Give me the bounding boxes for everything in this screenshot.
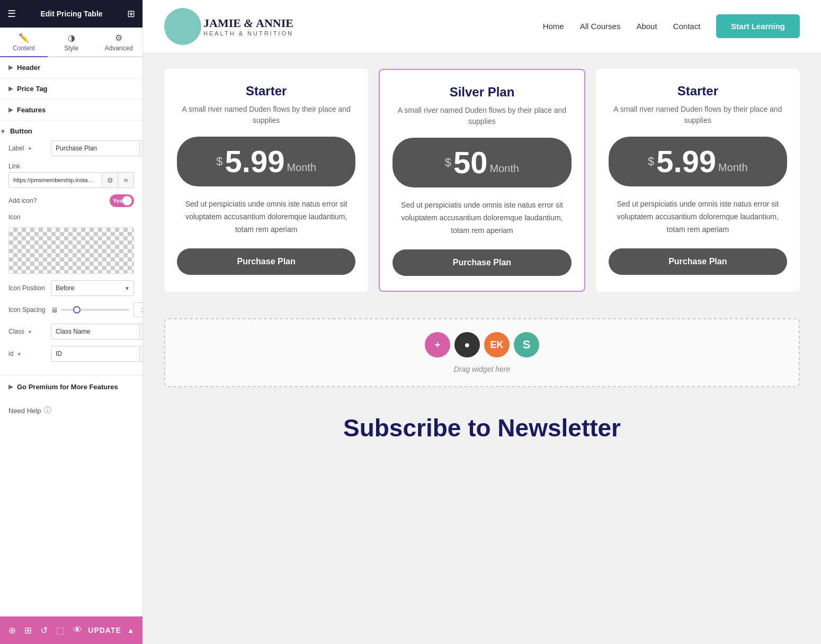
- section-price-tag[interactable]: ▶ Price Tag: [0, 78, 142, 100]
- subscribe-title: Subscribe to Newsletter: [164, 414, 800, 442]
- price-arrow-icon: ▶: [8, 85, 13, 92]
- class-icon-btn[interactable]: ≡: [140, 324, 142, 339]
- panel-title: Edit Pricing Table: [40, 10, 102, 18]
- start-learning-button[interactable]: Start Learning: [716, 14, 800, 38]
- widget-dropzone[interactable]: + ● EK S Drag widget here: [164, 318, 800, 387]
- card-2-body: Sed ut perspiciatis unde omnis iste natu…: [609, 198, 787, 236]
- nav-home[interactable]: Home: [543, 22, 564, 31]
- spacing-slider-wrapper: px ▼: [61, 302, 142, 317]
- content-tab-icon: ✏️: [19, 33, 29, 43]
- icon-spacing-label: Icon Spacing: [8, 306, 51, 314]
- button-section-header[interactable]: ▼ Button: [0, 121, 142, 140]
- card-2-title: Starter: [609, 84, 787, 99]
- advanced-tab-label: Advanced: [104, 44, 132, 52]
- card-2-period: Month: [718, 162, 748, 174]
- need-help-row[interactable]: Need Help ⓘ: [0, 398, 142, 423]
- section-features[interactable]: ▶ Features: [0, 100, 142, 121]
- link-inputs: ⚙ ≡: [8, 172, 134, 188]
- panel-topbar: ☰ Edit Pricing Table ⊞: [0, 0, 142, 28]
- widget-icon-add[interactable]: +: [425, 332, 450, 357]
- device-icon: 🖥: [51, 306, 58, 314]
- add-icon-label: Add icon?: [8, 197, 110, 204]
- section-price-label: Price Tag: [17, 85, 48, 93]
- class-input[interactable]: [51, 324, 140, 339]
- purchase-btn-2[interactable]: Purchase Plan: [609, 248, 787, 275]
- template-icon[interactable]: ⬚: [56, 625, 65, 636]
- label-input[interactable]: [51, 140, 140, 156]
- spacing-input[interactable]: [133, 302, 142, 317]
- section-header-label: Header: [17, 64, 40, 71]
- tab-content[interactable]: ✏️ Content: [0, 28, 48, 57]
- right-panel: JAMIE & ANNIE HEALTH & NUTRITION Home Al…: [143, 0, 821, 644]
- add-icon-toggle[interactable]: Yes: [110, 194, 134, 207]
- chevron-up-icon[interactable]: ▲: [127, 627, 134, 634]
- link-input[interactable]: [8, 172, 102, 188]
- id-input[interactable]: [51, 346, 140, 362]
- card-2-desc: A small river named Duden flows by their…: [609, 104, 787, 126]
- nav-contact[interactable]: Contact: [673, 22, 701, 31]
- link-list-icon[interactable]: ≡: [118, 172, 134, 188]
- nav-all-courses[interactable]: All Courses: [580, 22, 621, 31]
- link-settings-icon[interactable]: ⚙: [102, 172, 118, 188]
- panel-tabs: ✏️ Content ◑ Style ⚙ Advanced: [0, 28, 142, 57]
- tab-advanced[interactable]: ⚙ Advanced: [95, 28, 142, 57]
- purchase-btn-1[interactable]: Purchase Plan: [392, 249, 571, 276]
- grid-icon[interactable]: ⊞: [127, 8, 135, 20]
- layers-icon[interactable]: ⊕: [8, 625, 16, 636]
- id-icon-btn[interactable]: ≡: [140, 346, 142, 362]
- label-input-group: ≡: [51, 140, 142, 156]
- help-circle-icon: ⓘ: [44, 406, 51, 415]
- advanced-tab-icon: ⚙: [115, 33, 122, 43]
- icon-position-select[interactable]: Before After: [51, 280, 134, 296]
- nav-about[interactable]: About: [636, 22, 657, 31]
- icon-field-label: Icon: [8, 213, 51, 221]
- pricing-cards: Starter A small river named Duden flows …: [164, 69, 800, 292]
- card-1-body: Sed ut perspiciatis unde omnis iste natu…: [392, 199, 571, 237]
- label-settings-icon[interactable]: ≡: [140, 140, 142, 156]
- section-features-label: Features: [17, 106, 46, 114]
- purchase-btn-0[interactable]: Purchase Plan: [177, 248, 355, 275]
- stack-icon[interactable]: ⊞: [24, 625, 32, 636]
- label-field-row: Label ✦ ≡: [8, 140, 134, 156]
- card-0-desc: A small river named Duden flows by their…: [177, 104, 355, 126]
- card-0-period: Month: [287, 162, 316, 174]
- icon-preview[interactable]: [8, 227, 134, 274]
- spacing-slider[interactable]: [61, 309, 129, 311]
- update-button[interactable]: UPDATE: [88, 626, 121, 634]
- logo-tagline: HEALTH & NUTRITION: [203, 30, 293, 37]
- id-dot-icon: ✦: [17, 351, 21, 357]
- card-2-price: 5.99: [656, 146, 716, 177]
- preview-icon[interactable]: 👁: [73, 625, 82, 636]
- need-help-label: Need Help: [8, 407, 41, 415]
- label-dot-icon: ✦: [28, 146, 32, 151]
- subscribe-section: Subscribe to Newsletter: [143, 398, 821, 453]
- widget-icon-s[interactable]: S: [514, 332, 539, 357]
- card-1-title: Silver Plan: [392, 85, 571, 100]
- site-navbar: JAMIE & ANNIE HEALTH & NUTRITION Home Al…: [143, 0, 821, 53]
- card-0-dollar: $: [216, 155, 222, 168]
- features-arrow-icon: ▶: [8, 106, 13, 113]
- class-input-group: ≡: [51, 324, 142, 339]
- site-logo: JAMIE & ANNIE HEALTH & NUTRITION: [164, 8, 293, 45]
- logo-text: JAMIE & ANNIE HEALTH & NUTRITION: [203, 16, 293, 37]
- hamburger-icon[interactable]: ☰: [7, 8, 16, 20]
- tab-style[interactable]: ◑ Style: [48, 28, 95, 57]
- drag-label: Drag widget here: [454, 365, 511, 373]
- history-icon[interactable]: ↺: [40, 625, 48, 636]
- widget-icon-circle-dark[interactable]: ●: [454, 332, 480, 357]
- class-field-row: Class ✦ ≡: [8, 324, 134, 339]
- card-2-price-box: $ 5.99 Month: [609, 137, 787, 186]
- label-field-label: Label ✦: [8, 145, 51, 152]
- site-nav: Home All Courses About Contact Start Lea…: [543, 14, 800, 38]
- section-header[interactable]: ▶ Header: [0, 57, 142, 78]
- pricing-card-1: Silver Plan A small river named Duden fl…: [379, 69, 585, 292]
- logo-circle: [164, 8, 201, 45]
- widget-icons: + ● EK S: [425, 332, 539, 357]
- button-arrow-icon: ▼: [0, 128, 6, 135]
- icon-position-row: Icon Position Before After ▼: [8, 280, 134, 296]
- widget-icon-ek[interactable]: EK: [484, 332, 510, 357]
- link-field-row: Link ⚙ ≡: [8, 163, 134, 188]
- card-1-price-box: $ 50 Month: [392, 138, 571, 187]
- card-0-price: 5.99: [225, 146, 285, 177]
- premium-row[interactable]: ▶ Go Premium for More Features: [8, 383, 134, 391]
